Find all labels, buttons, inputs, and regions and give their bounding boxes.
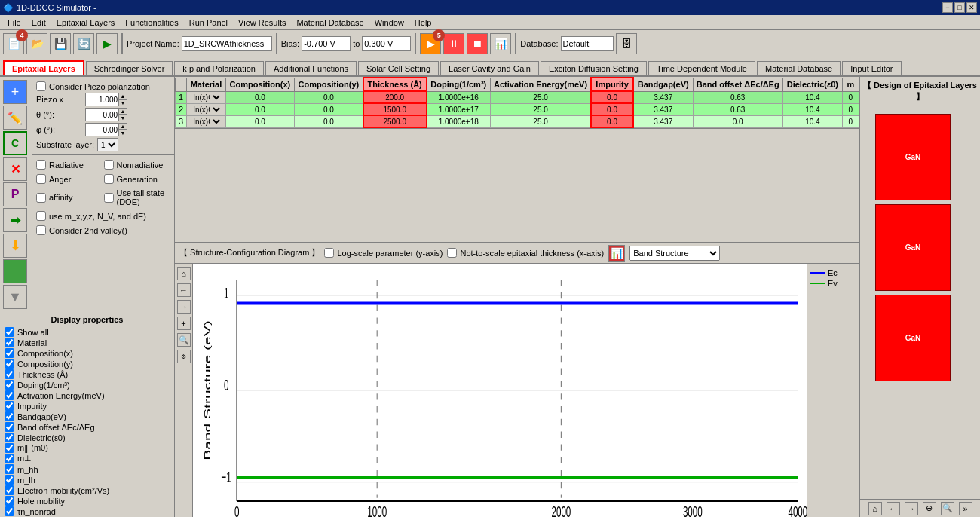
cell-thickness-1[interactable]: [363, 91, 427, 103]
save-button[interactable]: 💾: [50, 33, 71, 54]
tab-kp[interactable]: k·p and Polarization: [174, 61, 264, 75]
cell-impurity-3[interactable]: [591, 115, 633, 127]
right-forward-btn[interactable]: →: [905, 502, 918, 515]
database-button[interactable]: 🗄: [616, 33, 637, 54]
prop-material-checkbox[interactable]: [5, 338, 14, 347]
project-input[interactable]: [182, 36, 272, 51]
nav-zoom[interactable]: +: [177, 317, 191, 330]
valley-checkbox[interactable]: [36, 225, 46, 235]
cell-m-3[interactable]: [842, 115, 859, 127]
nav-search[interactable]: 🔍: [177, 333, 191, 347]
cell-bandoffset-3[interactable]: [693, 115, 782, 127]
menu-view[interactable]: View Results: [234, 17, 290, 28]
theta-value[interactable]: [85, 108, 118, 121]
compy-input-3[interactable]: [298, 118, 360, 126]
cell-compy-2[interactable]: [294, 103, 363, 115]
theta-input[interactable]: ▲ ▼: [85, 108, 148, 121]
nav-settings[interactable]: ⚙: [177, 350, 191, 363]
right-back-btn[interactable]: ←: [887, 502, 900, 515]
cell-bandgap-2[interactable]: [633, 103, 693, 115]
prop-mhh-checkbox[interactable]: [5, 464, 14, 474]
piezo-x-down[interactable]: ▼: [118, 99, 127, 106]
piezo-x-input[interactable]: ▲ ▼: [85, 93, 148, 106]
cell-compx-1[interactable]: [225, 91, 294, 103]
activation-input-3[interactable]: [494, 118, 587, 126]
cell-bandoffset-2[interactable]: [693, 103, 782, 115]
impurity-input-2[interactable]: [595, 106, 629, 114]
dielectric-input-3[interactable]: [786, 118, 839, 126]
cell-m-2[interactable]: [842, 103, 859, 115]
tab-input[interactable]: Input Editor: [842, 61, 901, 75]
add-layer-button[interactable]: +: [3, 80, 27, 104]
compx-input-3[interactable]: [229, 118, 291, 126]
right-more-btn[interactable]: »: [959, 502, 972, 515]
tab-laser[interactable]: Laser Cavity and Gain: [440, 61, 539, 75]
cell-doping-1[interactable]: [427, 91, 491, 103]
prop-thickness-checkbox[interactable]: [5, 369, 14, 379]
phi-down[interactable]: ▼: [118, 130, 127, 136]
material-select-1[interactable]: In(x)Ga(1-x)N: [190, 93, 222, 102]
menu-help[interactable]: Help: [410, 17, 436, 28]
substrate-select[interactable]: 1: [97, 138, 118, 151]
anger-checkbox[interactable]: [36, 174, 46, 184]
dielectric-input-1[interactable]: [786, 93, 839, 102]
cell-doping-2[interactable]: [427, 103, 491, 115]
theta-up[interactable]: ▲: [118, 108, 127, 115]
tab-exciton[interactable]: Exciton Diffusion Setting: [541, 61, 647, 75]
compx-input-1[interactable]: [229, 93, 291, 102]
activation-input-1[interactable]: [494, 93, 587, 102]
tab-time[interactable]: Time Dependent Module: [648, 61, 755, 75]
cell-activation-1[interactable]: [491, 91, 592, 103]
stop-button[interactable]: ⏹: [467, 33, 488, 54]
cell-dielectric-1[interactable]: [782, 91, 842, 103]
prop-compx-checkbox[interactable]: [5, 348, 14, 358]
prop-compy-checkbox[interactable]: [5, 359, 14, 369]
bandgap-input-1[interactable]: [637, 93, 690, 102]
theta-down[interactable]: ▼: [118, 115, 127, 121]
cell-bandgap-1[interactable]: [633, 91, 693, 103]
cell-thickness-3[interactable]: [363, 115, 427, 127]
cell-compx-2[interactable]: [225, 103, 294, 115]
m-input-3[interactable]: [846, 118, 856, 126]
cell-material-3[interactable]: In(x)Ga(1-x)N: [187, 115, 226, 127]
cell-material-2[interactable]: In(x)Ga(1-x)N: [187, 103, 226, 115]
right-zoom-btn[interactable]: ⊕: [923, 502, 936, 515]
cell-compy-3[interactable]: [294, 115, 363, 127]
cell-bandgap-3[interactable]: [633, 115, 693, 127]
material-select-2[interactable]: In(x)Ga(1-x)N: [190, 105, 222, 115]
mxyz-checkbox[interactable]: [36, 211, 46, 221]
bandoffset-input-1[interactable]: [697, 93, 779, 102]
thickness-input-2[interactable]: [367, 106, 423, 114]
arrow-down2-button[interactable]: ▼: [3, 285, 27, 309]
prop-showall-checkbox[interactable]: [5, 327, 14, 337]
cell-dielectric-3[interactable]: [782, 115, 842, 127]
cell-dielectric-2[interactable]: [782, 103, 842, 115]
tab-additional[interactable]: Additional Functions: [265, 61, 357, 75]
table-hscroll[interactable]: [175, 128, 859, 136]
prop-tn-checkbox[interactable]: [5, 506, 14, 516]
chart-icon-button[interactable]: 📊: [608, 245, 625, 262]
thickness-input-3[interactable]: [367, 118, 423, 126]
radiative-checkbox[interactable]: [36, 160, 46, 170]
tab-epitaxial[interactable]: Epitaxial Layers: [3, 60, 84, 75]
thickness-input-1[interactable]: [367, 93, 423, 102]
right-home-btn[interactable]: ⌂: [868, 502, 882, 515]
prop-impurity-checkbox[interactable]: [5, 401, 14, 411]
compx-input-2[interactable]: [229, 106, 291, 114]
run-button[interactable]: ▶: [96, 33, 118, 54]
menu-file[interactable]: File: [3, 17, 26, 28]
prop-mlh-checkbox[interactable]: [5, 475, 14, 485]
menu-epitaxial[interactable]: Epitaxial Layers: [52, 17, 120, 28]
nav-back[interactable]: ←: [177, 283, 191, 297]
cell-thickness-2[interactable]: [363, 103, 427, 115]
log-scale-checkbox[interactable]: [324, 248, 334, 258]
arrow-down-button[interactable]: ⬇: [3, 234, 27, 258]
cell-impurity-2[interactable]: [591, 103, 633, 115]
tab-schrodinger[interactable]: Schrödinger Solver: [86, 61, 173, 75]
edit-button[interactable]: ✏️: [3, 106, 27, 130]
close-button[interactable]: ✕: [966, 2, 977, 13]
bias-start-input[interactable]: [302, 36, 351, 51]
doping-input-2[interactable]: [430, 106, 487, 114]
menu-run[interactable]: Run Panel: [185, 17, 232, 28]
piezo-x-value[interactable]: [85, 93, 118, 106]
